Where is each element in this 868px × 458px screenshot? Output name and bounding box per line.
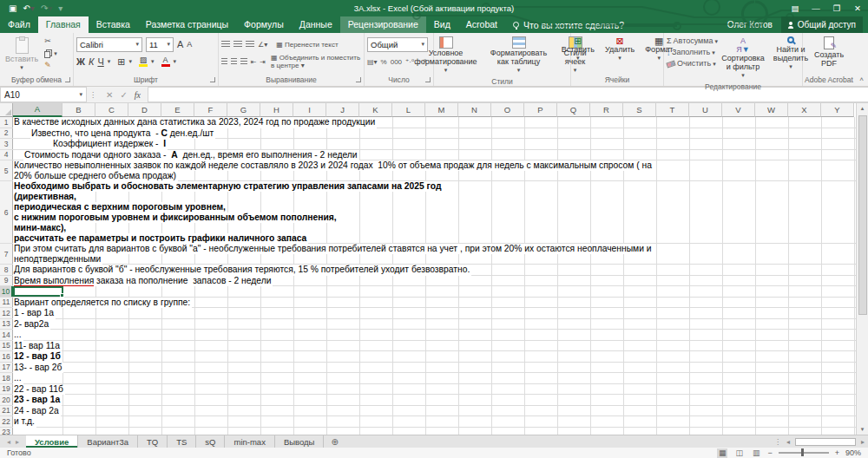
row-header-15[interactable]: 15 xyxy=(0,341,13,351)
row-header-3[interactable]: 3 xyxy=(0,139,13,149)
copy-button[interactable]: ▾ xyxy=(44,48,57,59)
normal-view-icon[interactable]: ▦ xyxy=(717,448,728,458)
column-header-J[interactable]: J xyxy=(326,103,359,117)
accounting-format-icon[interactable]: ▤▾ xyxy=(367,58,378,66)
prev-sheet-icon[interactable]: ◂ xyxy=(7,438,10,446)
select-all-corner[interactable] xyxy=(0,103,13,117)
row-header-20[interactable]: 20 xyxy=(0,395,13,405)
confirm-entry-icon[interactable]: ✓ xyxy=(120,90,127,100)
column-header-S[interactable]: S xyxy=(623,103,656,117)
row-header-5[interactable]: 5 xyxy=(0,160,13,180)
delete-cells-button[interactable]: ⊠ Удалить▾ xyxy=(602,36,637,63)
row-cells-20[interactable]: 23 - вар 1а xyxy=(13,395,856,405)
fill-color-button[interactable]: ▨ xyxy=(139,56,148,67)
font-dialog-launcher-icon[interactable] xyxy=(210,77,215,82)
vertical-scroll-thumb[interactable] xyxy=(858,115,867,315)
ribbon-tab-Формулы[interactable]: Формулы xyxy=(236,16,292,33)
row-header-8[interactable]: 8 xyxy=(0,265,13,275)
row-cells-3[interactable]: Коэффициент издержек - I xyxy=(13,139,856,149)
column-header-Y[interactable]: Y xyxy=(821,103,854,117)
row-cells-17[interactable]: 13- - вар 2б xyxy=(13,363,856,373)
page-layout-view-icon[interactable]: ◫ xyxy=(733,448,745,458)
autosum-button[interactable]: Σ Автосумма▾ xyxy=(667,36,718,47)
clipboard-dialog-launcher-icon[interactable] xyxy=(65,77,70,82)
tab-split-handle[interactable]: ⋮ xyxy=(774,438,781,446)
row-header-14[interactable]: 14 xyxy=(0,330,13,340)
row-header-17[interactable]: 17 xyxy=(0,363,13,373)
align-middle-icon[interactable] xyxy=(233,41,242,48)
clear-button[interactable]: Очистить▾ xyxy=(667,58,718,69)
sheet-tab-TQ[interactable]: TQ xyxy=(138,435,168,448)
wrap-text-button[interactable]: ▦ Перенести текст xyxy=(276,41,338,49)
row-cells-8[interactable]: Для вариантов с буквой "б" - необслуженн… xyxy=(13,265,856,275)
row-cells-7[interactable]: При этом считать для вариантов с буквой … xyxy=(13,244,856,264)
ribbon-tab-Вставка[interactable]: Вставка xyxy=(89,16,138,33)
paste-button[interactable]: Вставить▾ xyxy=(3,36,41,73)
column-header-L[interactable]: L xyxy=(392,103,425,117)
column-header-O[interactable]: O xyxy=(491,103,524,117)
row-header-7[interactable]: 7 xyxy=(0,244,13,264)
font-color-button[interactable]: А xyxy=(161,56,170,67)
bold-button[interactable]: Ж xyxy=(76,56,85,67)
column-header-C[interactable]: C xyxy=(95,103,128,117)
restore-icon[interactable]: ❐ xyxy=(826,0,847,16)
sheet-tab-Условие[interactable]: Условие xyxy=(26,435,78,448)
row-header-6[interactable]: 6 xyxy=(0,181,13,243)
row-header-10[interactable]: 10 xyxy=(0,286,13,297)
fill-handle[interactable] xyxy=(60,293,64,298)
row-cells-15[interactable]: 11- вар 11а xyxy=(13,341,856,351)
fill-button[interactable]: ↓ Заполнить▾ xyxy=(667,47,718,58)
number-dialog-launcher-icon[interactable] xyxy=(425,77,431,82)
ribbon-tab-Вид[interactable]: Вид xyxy=(426,16,458,33)
new-sheet-button[interactable]: ⊕ xyxy=(324,435,345,448)
row-header-19[interactable]: 19 xyxy=(0,384,13,395)
row-header-13[interactable]: 13 xyxy=(0,319,13,330)
font-size-select[interactable]: 11▾ xyxy=(146,37,174,52)
ribbon-tab-Главная[interactable]: Главная xyxy=(38,16,89,33)
row-header-2[interactable]: 2 xyxy=(0,128,13,139)
merge-center-button[interactable]: ▦ Объединить и поместить в центре ▾ xyxy=(271,54,361,69)
row-cells-21[interactable]: 24 - вар 2а xyxy=(13,406,856,416)
ribbon-tab-Файл[interactable]: Файл xyxy=(0,16,38,33)
row-header-11[interactable]: 11 xyxy=(0,298,13,308)
name-box[interactable]: A10 ▾ xyxy=(0,87,87,102)
row-header-21[interactable]: 21 xyxy=(0,406,13,416)
share-button[interactable]: Общий доступ xyxy=(781,16,863,33)
row-cells-23[interactable] xyxy=(13,428,856,435)
horizontal-scrollbar[interactable]: ⋮ ◂ ▸ xyxy=(774,435,868,448)
row-header-4[interactable]: 4 xyxy=(0,150,13,160)
font-name-select[interactable]: Calibri▾ xyxy=(76,37,142,52)
row-cells-4[interactable]: Стоимость подачи одного заказа - А ден.е… xyxy=(13,150,856,160)
row-cells-10[interactable] xyxy=(13,286,856,297)
row-cells-13[interactable]: 2- вар2а xyxy=(13,319,856,330)
sheet-tab-Выводы[interactable]: Выводы xyxy=(275,435,325,448)
row-cells-12[interactable]: 1 - вар 1а xyxy=(13,308,856,318)
ribbon-tab-Данные[interactable]: Данные xyxy=(292,16,340,33)
zoom-level[interactable]: 90% xyxy=(845,448,861,457)
row-header-9[interactable]: 9 xyxy=(0,276,13,286)
increase-indent-icon[interactable]: ⇥ xyxy=(260,58,266,66)
zoom-out-icon[interactable]: − xyxy=(767,448,772,457)
orientation-icon[interactable]: ∠▾ xyxy=(258,41,267,49)
row-cells-1[interactable]: В качестве исходных данных дана статисти… xyxy=(13,117,856,128)
ribbon-tab-Рецензирование[interactable]: Рецензирование xyxy=(340,16,426,33)
underline-button[interactable]: Ч xyxy=(97,56,103,67)
row-cells-5[interactable]: Количество невыполненных заявок по каждо… xyxy=(13,160,856,180)
create-pdf-button[interactable]: Создать PDF xyxy=(807,36,852,69)
row-cells-2[interactable]: Известно, что цена продукта - С ден.ед./… xyxy=(13,128,856,139)
row-cells-18[interactable]: ... xyxy=(13,373,856,383)
scroll-down-icon[interactable]: ▾ xyxy=(861,424,865,435)
scroll-right-icon[interactable]: ▸ xyxy=(861,438,865,446)
cut-button[interactable]: ✂ xyxy=(44,36,57,47)
zoom-slider[interactable] xyxy=(779,452,829,454)
column-header-B[interactable]: B xyxy=(62,103,95,117)
row-cells-19[interactable]: 22 - вар 11б xyxy=(13,384,856,395)
align-top-icon[interactable] xyxy=(221,41,230,48)
column-header-X[interactable]: X xyxy=(788,103,821,117)
minimize-icon[interactable]: — xyxy=(806,0,826,16)
column-header-M[interactable]: M xyxy=(425,103,458,117)
sort-filter-button[interactable]: АЯ▼ Сортировка и фильтр▾ xyxy=(718,36,768,81)
row-header-22[interactable]: 22 xyxy=(0,416,13,427)
scroll-left-icon[interactable]: ◂ xyxy=(786,438,790,446)
close-icon[interactable]: ✕ xyxy=(847,0,868,16)
